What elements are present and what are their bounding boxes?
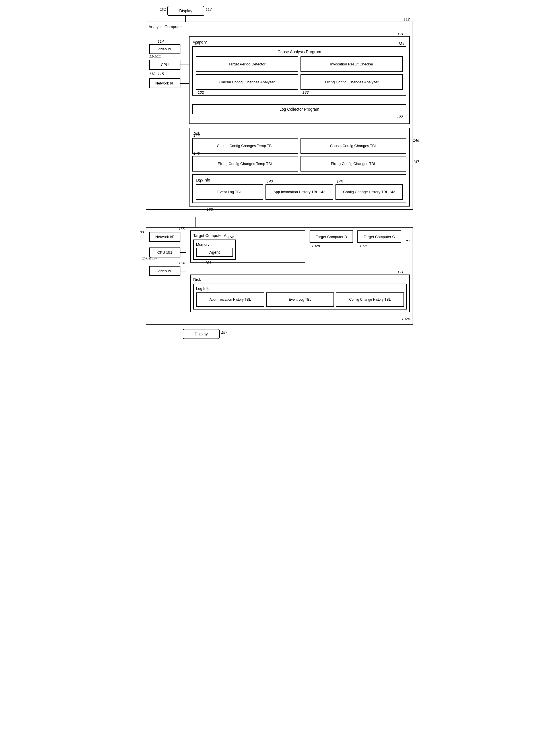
ref-153-label: 153~	[149, 256, 157, 260]
log-info-section: Log Info 141 Event Log TBL 142 App Invoc…	[192, 175, 406, 203]
ref-121: 121	[397, 32, 403, 36]
app-invocation-history-tbl-label: App Invocation History TBL 142	[274, 190, 325, 194]
ref-115-side: 115	[158, 72, 164, 76]
ellipsis-label: ...	[405, 230, 410, 242]
log-info-target-grid: App Invocation History TBL Event Log TBL…	[196, 292, 404, 307]
target-computers-row: Target Computer A 152 Memory Agent 161	[191, 230, 410, 263]
invocation-result-checker-cell: Invocation Result Checker	[300, 56, 403, 72]
invocation-result-checker-label: Invocation Result Checker	[330, 62, 373, 66]
config-change-history-tbl-cell: 143 Config Change History TBL 143	[336, 184, 403, 200]
target-period-detector-label: Target Period Detector	[228, 62, 265, 66]
ref-144: 144	[194, 134, 200, 138]
memory-target-label: Memory	[196, 242, 233, 247]
agent-label: Agent	[209, 250, 220, 255]
causal-config-temp-tbl-cell: 144 Causal Config Changes Temp TBL	[192, 138, 298, 154]
analysis-computer-box: 112 Analysis Computer 114 Video I/F	[146, 22, 413, 210]
ref-122: 122	[397, 115, 403, 119]
app-invocation-history-tbl-cell: 142 App Invocation History TBL 142	[265, 184, 333, 200]
config-change-history-target-cell: Config Change History TBL	[336, 292, 404, 307]
ref-131: 131	[194, 42, 201, 46]
ref-145: 145	[194, 151, 200, 156]
ref-143: 143	[337, 180, 343, 184]
log-collector-box: Log Collector Program 122	[192, 104, 406, 114]
fixing-config-analyzer-cell: 133 Fixing Config. Changes Analyzer	[300, 74, 403, 90]
log-info-target-box: Log Info App Invocation History TBL Even…	[193, 284, 407, 309]
network-if-label: Network I/F	[155, 81, 174, 85]
app-invocation-history-target-label: App Invocation History TBL	[209, 298, 251, 302]
disk-box: 146 147 Disk 144 Causal Config Changes T…	[189, 128, 410, 206]
event-log-target-cell: Event Log TBL	[266, 292, 334, 307]
cause-analysis-box: 131 134 Cause Analysis Program Target Pe…	[192, 46, 406, 96]
ref-157: 157	[221, 330, 227, 334]
fixing-config-tbl-label: Fixing Config Changes TBL	[331, 162, 376, 166]
disk-grid-bottom: 145 Fixing Config Changes Temp TBL Fixin…	[192, 156, 406, 171]
cause-analysis-title: Cause Analysis Program	[196, 49, 403, 54]
display-top-label: Display	[179, 8, 192, 13]
ref-133: 133	[302, 90, 309, 95]
right-content-area: 121 Memory 131 134 Cause Analysis Progra…	[189, 34, 410, 206]
display-bottom-box: Display	[183, 329, 220, 339]
ref-114: 114	[158, 39, 164, 43]
ref-103: 103	[140, 230, 144, 234]
ref-161: 161	[205, 261, 212, 265]
fixing-config-temp-tbl-cell: 145 Fixing Config Changes Temp TBL	[192, 156, 298, 171]
target-a-box: Target Computer A 152 Memory Agent 161	[191, 230, 305, 263]
memory-agent-box: 152 Memory Agent 161	[193, 240, 236, 260]
disk-grid-top: 144 Causal Config Changes Temp TBL Causa…	[192, 138, 406, 154]
ref-113: 113~	[149, 72, 157, 76]
disk-label: Disk	[192, 131, 406, 136]
disk-target-label: Disk	[193, 277, 407, 282]
target-inner-layout: 155 Network I/F CPU 151	[149, 230, 410, 321]
event-log-tbl-label: Event Log TBL	[217, 190, 242, 194]
config-change-history-tbl-label: Config Change History TBL 143	[343, 190, 395, 194]
ref-141: 141	[197, 180, 203, 184]
video-if-154-label: Video I/F	[157, 269, 172, 273]
causal-config-analyzer-label: Causal Config. Changes Analyzer	[219, 80, 275, 84]
ref-102a: 102a	[401, 317, 410, 321]
analysis-computer-label: Analysis Computer	[148, 24, 182, 29]
target-a-label: Target Computer A	[193, 233, 302, 238]
ref-112: 112	[403, 17, 410, 21]
target-b-box: 102b Target Computer B	[309, 230, 353, 243]
target-period-detector-cell: Target Period Detector	[196, 56, 298, 72]
causal-config-tbl-label: Causal Config Changes TBL	[330, 144, 377, 148]
ref-142: 142	[267, 180, 273, 184]
video-if-label: Video I/F	[157, 47, 172, 51]
target-outer-box: 103 155 Network I/F	[146, 227, 413, 325]
display-top-box: Display	[167, 6, 204, 16]
log-collector-label: Log Collector Program	[279, 107, 319, 111]
ref-102b: 102b	[312, 244, 320, 248]
config-change-history-target-label: Config Change History TBL	[349, 298, 391, 302]
fixing-config-tbl-cell: Fixing Config Changes TBL	[300, 156, 406, 171]
ref-152: 152	[228, 235, 234, 239]
ref-147: 147	[413, 160, 419, 164]
video-if-box: Video I/F	[149, 44, 180, 54]
target-left-sidebar: 155 Network I/F CPU 151	[149, 230, 186, 276]
ref-102c: 102c	[359, 244, 367, 248]
diagram-container: 101 Display 117 112 Analysis Computer 11…	[146, 6, 413, 339]
app-invocation-history-target-cell: App Invocation History TBL	[196, 292, 264, 307]
ref-132: 132	[198, 90, 204, 95]
ref-123: 123~	[206, 207, 215, 212]
cpu-151-label: CPU 151	[157, 250, 173, 255]
ref-111-side: 111	[155, 54, 161, 58]
ref-134: 134	[398, 42, 404, 46]
ca-inner-grid: Target Period Detector Invocation Result…	[196, 56, 403, 90]
target-c-label: Target Computer C	[364, 235, 395, 239]
ref-101: 101	[160, 7, 166, 12]
event-log-tbl-cell: 141 Event Log TBL	[196, 184, 263, 200]
causal-config-tbl-cell: Causal Config Changes TBL	[300, 138, 406, 154]
causal-config-analyzer-cell: 132 Causal Config. Changes Analyzer	[196, 74, 298, 90]
network-if-155-box: Network I/F	[149, 232, 180, 242]
memory-label: Memory	[192, 40, 406, 44]
ref-154: 154	[178, 261, 185, 265]
target-c-box: 102c Target Computer C	[357, 230, 401, 243]
log-info-target-label: Log Info	[196, 286, 404, 291]
event-log-target-label: Event Log TBL	[289, 298, 311, 302]
ref-146: 146	[413, 138, 419, 143]
cpu-label: CPU	[161, 63, 168, 67]
video-if-154-box: Video I/F	[149, 266, 180, 276]
agent-inner-box: Agent	[196, 248, 233, 257]
target-b-label: Target Computer B	[316, 235, 347, 239]
ref-155: 155	[178, 227, 185, 231]
